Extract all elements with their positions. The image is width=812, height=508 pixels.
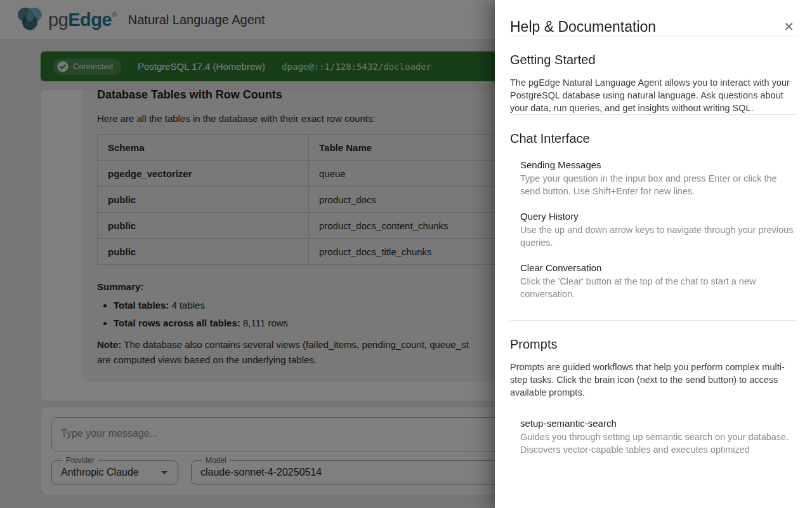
chat-interface-items: Sending Messages Type your question in t… [520,159,797,300]
prompts-items: setup-semantic-search Guides you through… [520,418,797,456]
help-item-setup-semantic-search: setup-semantic-search Guides you through… [520,418,797,456]
close-icon[interactable]: ✕ [781,18,797,36]
getting-started-body: The pgEdge Natural Language Agent allows… [510,76,797,114]
help-item-query-history: Query History Use the up and down arrow … [520,211,797,249]
help-item-clear-conversation: Clear Conversation Click the 'Clear' but… [520,262,797,300]
section-getting-started: Getting Started [510,53,797,67]
section-chat-interface: Chat Interface [510,131,797,146]
help-drawer: Help & Documentation ✕ Getting Started T… [495,0,812,508]
help-item-sending-messages: Sending Messages Type your question in t… [520,159,797,197]
prompts-body: Prompts are guided workflows that help y… [510,361,797,399]
drawer-header: Help & Documentation ✕ [510,0,797,36]
section-prompts: Prompts [510,337,797,352]
drawer-title: Help & Documentation [510,18,656,36]
